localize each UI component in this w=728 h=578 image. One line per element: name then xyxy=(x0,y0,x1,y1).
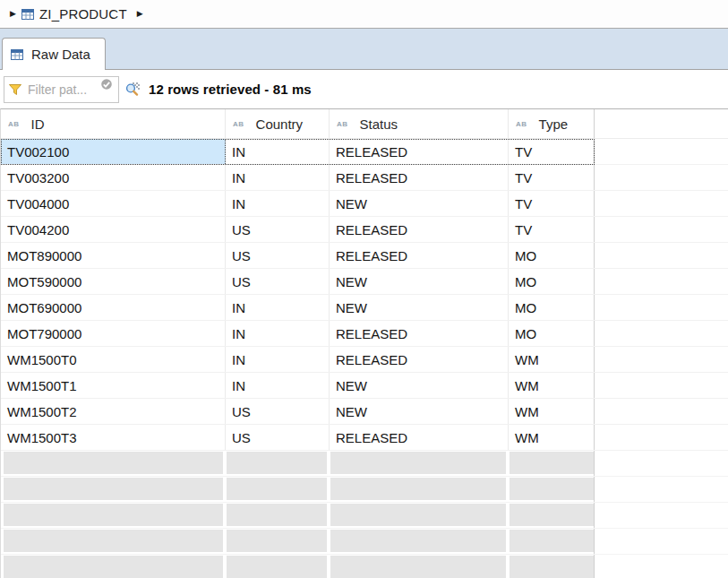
cell-country[interactable]: IN xyxy=(226,347,330,372)
column-header[interactable]: AB Status xyxy=(330,109,509,138)
table-row[interactable]: TV003200 IN RELEASED TV xyxy=(1,165,728,191)
column-header[interactable]: AB Type xyxy=(509,109,594,138)
cell-status[interactable]: RELEASED xyxy=(330,139,509,164)
table-row[interactable]: WM1500T0 IN RELEASED WM xyxy=(1,347,728,373)
table-row[interactable]: TV002100 IN RELEASED TV xyxy=(1,139,728,165)
column-label: ID xyxy=(31,116,45,132)
cell-status[interactable]: RELEASED xyxy=(330,347,509,372)
empty-row xyxy=(1,477,728,503)
cell-id[interactable]: WM1500T1 xyxy=(1,373,226,398)
table-row[interactable]: MOT590000 US NEW MO xyxy=(1,269,728,295)
column-type-text-icon: AB xyxy=(337,120,348,128)
tab-raw-data[interactable]: Raw Data xyxy=(2,38,106,70)
filter-field-wrap xyxy=(4,76,119,103)
column-label: Status xyxy=(360,116,398,132)
column-header[interactable]: AB Country xyxy=(226,109,330,138)
cell-type[interactable]: TV xyxy=(509,165,594,190)
cell-status[interactable]: NEW xyxy=(330,295,509,320)
empty-cell xyxy=(330,451,509,476)
cell-type[interactable]: TV xyxy=(509,139,594,164)
cell-country[interactable]: IN xyxy=(226,165,330,190)
row-right-filler xyxy=(594,321,728,346)
cell-id[interactable]: MOT690000 xyxy=(1,295,226,320)
cell-country[interactable]: US xyxy=(226,217,330,242)
cell-status[interactable]: NEW xyxy=(330,269,509,294)
row-right-filler xyxy=(594,243,728,268)
cell-status[interactable]: RELEASED xyxy=(330,425,509,450)
row-right-filler xyxy=(594,425,728,450)
table-row[interactable]: WM1500T2 US NEW WM xyxy=(1,399,728,425)
cell-country[interactable]: US xyxy=(226,269,330,294)
cell-status[interactable]: NEW xyxy=(330,191,509,216)
cell-type[interactable]: WM xyxy=(509,373,594,398)
cell-id[interactable]: MOT790000 xyxy=(1,321,226,346)
cell-country[interactable]: US xyxy=(226,243,330,268)
cell-status[interactable]: RELEASED xyxy=(330,321,509,346)
empty-cell xyxy=(226,555,330,578)
cell-type[interactable]: MO xyxy=(509,321,594,346)
cell-country[interactable]: IN xyxy=(226,139,330,164)
empty-cell xyxy=(330,529,509,554)
row-right-filler xyxy=(594,399,728,424)
table-row[interactable]: WM1500T3 US RELEASED WM xyxy=(1,425,728,451)
cell-id[interactable]: TV004200 xyxy=(1,217,226,242)
table-row[interactable]: MOT690000 IN NEW MO xyxy=(1,295,728,321)
cell-country[interactable]: IN xyxy=(226,373,330,398)
table-row[interactable]: MOT790000 IN RELEASED MO xyxy=(1,321,728,347)
cell-id[interactable]: MOT590000 xyxy=(1,269,226,294)
cell-id[interactable]: WM1500T3 xyxy=(1,425,226,450)
table-icon xyxy=(10,47,24,62)
column-type-text-icon: AB xyxy=(516,120,527,128)
table-row[interactable]: TV004200 US RELEASED TV xyxy=(1,217,728,243)
row-right-filler xyxy=(594,191,728,216)
filter-bar: 12 rows retrieved - 81 ms xyxy=(0,70,728,108)
cell-id[interactable]: WM1500T2 xyxy=(1,399,226,424)
breadcrumb-title[interactable]: ZI_PRODUCT xyxy=(39,6,127,22)
row-count-status: 12 rows retrieved - 81 ms xyxy=(149,82,312,97)
row-right-filler xyxy=(594,269,728,294)
cell-country[interactable]: US xyxy=(226,399,330,424)
cell-country[interactable]: IN xyxy=(226,295,330,320)
row-right-filler xyxy=(594,165,728,190)
empty-cell xyxy=(226,503,330,528)
cell-type[interactable]: MO xyxy=(509,243,594,268)
cell-country[interactable]: IN xyxy=(226,191,330,216)
column-header[interactable]: AB ID xyxy=(1,109,226,138)
cell-status[interactable]: NEW xyxy=(330,399,509,424)
cell-id[interactable]: TV002100 xyxy=(1,139,226,164)
cell-status[interactable]: RELEASED xyxy=(330,165,509,190)
empty-cell xyxy=(509,451,594,476)
table-row[interactable]: TV004000 IN NEW TV xyxy=(1,191,728,217)
cell-type[interactable]: TV xyxy=(509,217,594,242)
filter-apply-check-icon[interactable] xyxy=(99,77,114,91)
cell-status[interactable]: RELEASED xyxy=(330,243,509,268)
row-right-filler xyxy=(594,451,728,476)
table-row[interactable]: MOT890000 US RELEASED MO xyxy=(1,243,728,269)
breadcrumb-expand-arrow-icon[interactable]: ▶ xyxy=(10,10,16,18)
table-row[interactable]: WM1500T1 IN NEW WM xyxy=(1,373,728,399)
empty-cell xyxy=(509,555,594,578)
empty-cell xyxy=(226,529,330,554)
empty-cell xyxy=(226,451,330,476)
cell-type[interactable]: WM xyxy=(509,399,594,424)
cell-type[interactable]: MO xyxy=(509,295,594,320)
column-type-text-icon: AB xyxy=(8,120,20,128)
cell-country[interactable]: US xyxy=(226,425,330,450)
filter-funnel-icon xyxy=(8,82,22,97)
cell-type[interactable]: TV xyxy=(509,191,594,216)
cell-id[interactable]: MOT890000 xyxy=(1,243,226,268)
cell-country[interactable]: IN xyxy=(226,321,330,346)
empty-row xyxy=(1,451,728,477)
cell-type[interactable]: WM xyxy=(509,425,594,450)
fetch-rows-icon[interactable] xyxy=(125,82,141,97)
cell-type[interactable]: MO xyxy=(509,269,594,294)
cell-status[interactable]: RELEASED xyxy=(330,217,509,242)
column-type-text-icon: AB xyxy=(233,120,244,128)
empty-cell xyxy=(509,477,594,502)
breadcrumb-next-arrow-icon[interactable]: ▶ xyxy=(137,10,143,18)
cell-status[interactable]: NEW xyxy=(330,373,509,398)
cell-id[interactable]: TV004000 xyxy=(1,191,226,216)
cell-id[interactable]: TV003200 xyxy=(1,165,226,190)
cell-id[interactable]: WM1500T0 xyxy=(1,347,226,372)
cell-type[interactable]: WM xyxy=(509,347,594,372)
